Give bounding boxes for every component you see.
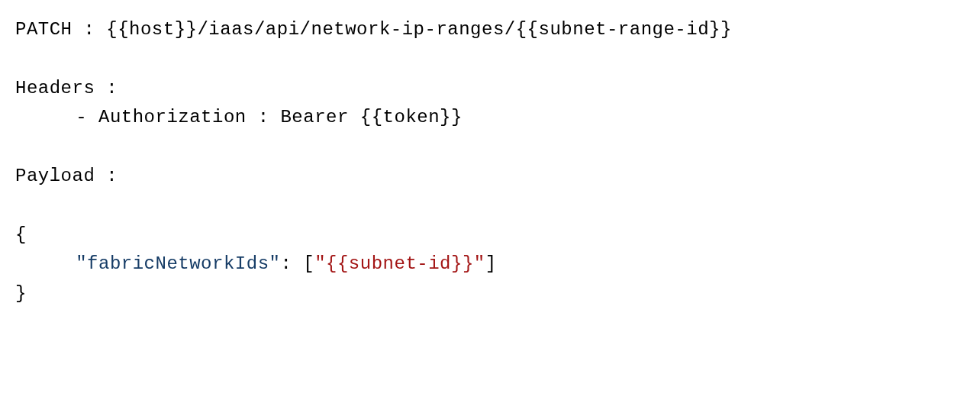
payload-label: Payload : bbox=[15, 162, 965, 191]
json-separator: : bbox=[280, 253, 303, 274]
header-name: Authorization bbox=[98, 107, 247, 127]
blank-line bbox=[15, 191, 965, 220]
http-method: PATCH bbox=[15, 19, 73, 40]
header-separator: : bbox=[247, 107, 281, 127]
blank-line bbox=[15, 44, 965, 73]
json-open-brace: { bbox=[15, 221, 965, 250]
headers-label: Headers : bbox=[15, 74, 965, 103]
bullet: - bbox=[76, 107, 98, 127]
json-entry: "fabricNetworkIds": ["{{subnet-id}}"] bbox=[15, 250, 965, 279]
header-value: Bearer {{token}} bbox=[280, 107, 462, 127]
json-close-brace: } bbox=[15, 279, 965, 308]
request-line: PATCH : {{host}}/iaas/api/network-ip-ran… bbox=[15, 15, 965, 44]
blank-line bbox=[15, 133, 965, 162]
colon-separator: : bbox=[73, 19, 107, 40]
json-key: "fabricNetworkIds" bbox=[76, 253, 280, 274]
header-row: - Authorization : Bearer {{token}} bbox=[15, 103, 965, 132]
json-value: "{{subnet-id}}" bbox=[314, 253, 485, 274]
request-url: {{host}}/iaas/api/network-ip-ranges/{{su… bbox=[106, 19, 732, 40]
json-bracket-open: [ bbox=[303, 253, 314, 274]
json-bracket-close: ] bbox=[485, 253, 497, 274]
